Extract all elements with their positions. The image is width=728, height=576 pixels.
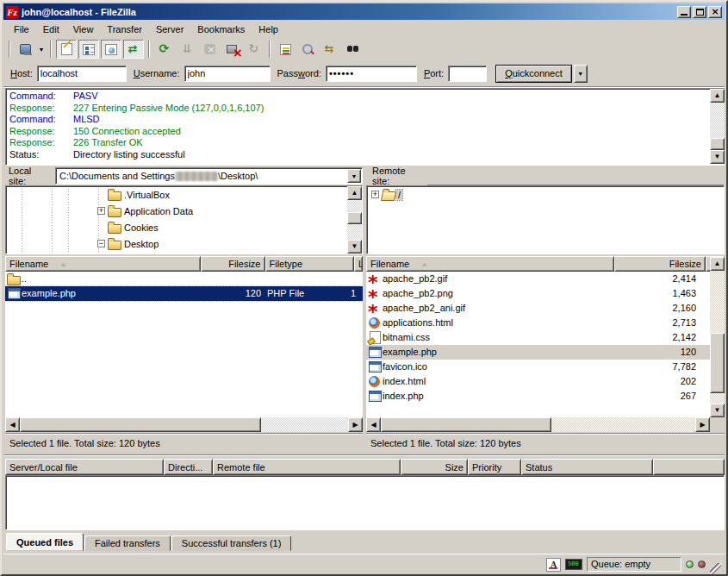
port-input[interactable] — [448, 66, 487, 82]
local-hscroll-right[interactable]: ▶ — [348, 417, 363, 432]
quickconnect-bar: Host: Username: Password: Port: Quickcon… — [3, 60, 725, 87]
quickconnect-dropdown[interactable]: ▼ — [574, 65, 588, 83]
column-header-direction[interactable]: Directi... — [164, 459, 213, 475]
remote-hscroll-track[interactable] — [551, 417, 695, 432]
file-row[interactable]: example.php 120 PHP File 1 — [5, 286, 363, 301]
title-bar[interactable]: Fz john@localhost - FileZilla × — [3, 3, 725, 20]
file-row[interactable]: index.html 202 — [366, 374, 710, 389]
queue-tab[interactable]: Queued files — [6, 533, 84, 551]
speed-limit-icon[interactable] — [565, 559, 582, 570]
column-header-lastmodified[interactable]: L — [354, 256, 363, 272]
file-row[interactable]: applications.html 2,713 — [366, 316, 710, 330]
sort-ascending-icon: ▲ — [60, 261, 66, 267]
password-input[interactable] — [326, 66, 417, 82]
toolbar-button[interactable] — [177, 40, 197, 59]
toolbar-button[interactable] — [320, 40, 340, 59]
username-input[interactable] — [184, 66, 271, 82]
local-tree-scroll-thumb[interactable] — [347, 212, 362, 224]
remote-hscroll-right[interactable]: ▶ — [695, 417, 710, 432]
column-header-filesize[interactable]: Filesize — [201, 256, 265, 272]
toolbar-button[interactable] — [101, 40, 121, 59]
menu-item[interactable]: Edit — [36, 22, 66, 36]
tree-item[interactable]: .VirtualBox — [6, 186, 346, 203]
file-row[interactable]: apache_pb2.gif 2,414 — [366, 272, 710, 286]
remote-list-scroll-down[interactable]: ▼ — [710, 404, 725, 417]
toolbar-button[interactable] — [15, 40, 35, 59]
toolbar-button[interactable] — [342, 40, 363, 59]
folder-icon — [108, 221, 122, 234]
maximize-button[interactable] — [693, 6, 706, 18]
minimize-icon — [681, 14, 688, 16]
column-header-status[interactable]: Status — [521, 459, 653, 475]
menu-item[interactable]: Transfer — [100, 22, 149, 36]
filezilla-window: Fz john@localhost - FileZilla × FileEdit… — [0, 0, 728, 576]
local-hscroll-track[interactable] — [261, 417, 348, 432]
remote-hscroll-thumb[interactable] — [381, 417, 551, 432]
column-header-filetype[interactable]: Filetype — [265, 256, 355, 272]
column-header-filename[interactable]: Filename▲ — [5, 256, 201, 272]
expander-icon[interactable] — [371, 191, 379, 198]
toolbar-button[interactable] — [244, 40, 264, 59]
menu-item[interactable]: File — [7, 22, 36, 36]
local-hscroll-left[interactable]: ◀ — [5, 417, 20, 432]
log-scroll-thumb[interactable] — [710, 138, 725, 150]
expander-icon[interactable] — [97, 240, 105, 247]
menu-item[interactable]: Help — [252, 22, 285, 36]
column-header-filename[interactable]: Filename▲ — [366, 256, 614, 272]
toolbar-button[interactable] — [275, 40, 296, 59]
close-button[interactable]: × — [708, 6, 722, 18]
menu-item[interactable]: View — [66, 22, 101, 36]
local-site-dropdown-icon[interactable]: ▼ — [347, 169, 361, 183]
column-header-priority[interactable]: Priority — [468, 459, 521, 475]
firefox-icon — [368, 316, 383, 329]
filter-icon — [280, 44, 291, 55]
port-label: Port: — [424, 68, 444, 78]
column-header-size[interactable]: Size — [401, 459, 468, 475]
site-manager-dropdown[interactable]: ▼ — [36, 40, 47, 59]
password-label: Password: — [277, 68, 321, 78]
column-header-remote-file[interactable]: Remote file — [213, 459, 401, 475]
file-row[interactable]: bitnami.css 2,142 — [366, 330, 710, 345]
minimize-button[interactable] — [677, 6, 691, 18]
file-row[interactable]: apache_pb2_ani.gif 2,160 — [366, 301, 710, 316]
local-site-combobox[interactable]: C:\Documents and Settings\Desktop\ ▼ — [55, 167, 363, 185]
tree-item[interactable]: Application Data — [6, 203, 346, 219]
queue-tab[interactable]: Successful transfers (1) — [171, 535, 292, 551]
column-header-filesize[interactable]: Filesize — [614, 256, 706, 272]
tree-item[interactable]: Cookies — [6, 219, 346, 235]
expander-icon[interactable] — [97, 207, 105, 215]
column-header-server-local-file[interactable]: Server/Local file — [5, 459, 164, 475]
data-type-indicator-icon[interactable] — [546, 558, 561, 572]
local-tree-scroll-down[interactable]: ▼ — [347, 240, 362, 254]
host-input[interactable] — [37, 66, 127, 82]
log-scroll-up[interactable]: ▲ — [710, 89, 725, 103]
remote-list-scroll-thumb[interactable] — [710, 333, 725, 393]
toolbar-button[interactable] — [154, 40, 175, 59]
app-icon[interactable]: Fz — [6, 6, 18, 18]
tree-item[interactable]: Desktop — [6, 235, 346, 252]
local-tree-scroll-up[interactable]: ▲ — [347, 186, 362, 200]
menu-item[interactable]: Bookmarks — [190, 22, 252, 36]
file-row[interactable]: apache_pb2.png 1,463 — [366, 286, 710, 301]
toolbar-button[interactable] — [123, 40, 144, 59]
remote-hscroll-left[interactable]: ◀ — [366, 417, 381, 432]
file-row[interactable]: favicon.ico 7,782 — [366, 360, 710, 374]
log-scroll-down[interactable]: ▼ — [710, 150, 725, 164]
menu-item[interactable]: Server — [149, 22, 190, 36]
local-hscroll-thumb[interactable] — [20, 417, 261, 432]
quickconnect-button[interactable]: Quickconnect — [495, 65, 572, 83]
remote-list-scroll-up[interactable]: ▲ — [710, 257, 725, 271]
transfer-queue-list[interactable] — [5, 475, 725, 530]
file-row[interactable]: example.php 120 — [366, 345, 710, 360]
toolbar-button[interactable] — [78, 40, 99, 59]
toolbar-button[interactable] — [199, 40, 220, 59]
queue-tab[interactable]: Failed transfers — [84, 535, 171, 551]
toolbar: ▼ — [3, 38, 725, 60]
resize-grip[interactable] — [710, 563, 721, 574]
toolbar-button[interactable] — [221, 40, 242, 59]
tree-item[interactable]: / — [367, 186, 724, 203]
toolbar-button[interactable] — [297, 40, 318, 59]
file-row[interactable]: .. — [5, 272, 363, 286]
file-row[interactable]: index.php 267 — [366, 389, 710, 404]
toolbar-button[interactable] — [56, 40, 77, 59]
